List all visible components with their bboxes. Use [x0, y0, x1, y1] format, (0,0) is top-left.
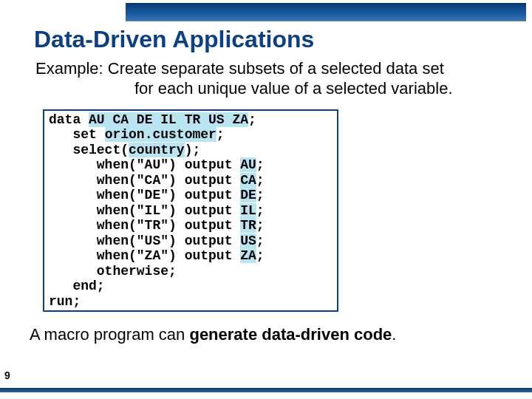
- example-line-2: for each unique value of a selected vari…: [134, 79, 532, 99]
- footer-part3: .: [392, 325, 396, 344]
- code-l2b-highlight: orion.customer: [105, 127, 216, 142]
- code-l2a: set: [49, 127, 105, 142]
- footer-text: A macro program can generate data-driven…: [30, 325, 532, 344]
- slide-title: Data-Driven Applications: [34, 26, 532, 53]
- code-de-hl: DE: [240, 188, 256, 202]
- code-il-c: ;: [256, 203, 265, 218]
- code-ca-c: ;: [256, 173, 265, 188]
- code-otherwise: otherwise;: [49, 264, 177, 279]
- code-us-hl: US: [240, 233, 256, 248]
- code-za-c: ;: [256, 248, 265, 263]
- bottom-band: [0, 388, 532, 392]
- code-za-a: when("ZA") output: [49, 248, 240, 263]
- code-il-hl: IL: [240, 203, 256, 218]
- code-l3a: select(: [49, 143, 129, 157]
- code-us-a: when("US") output: [49, 233, 240, 248]
- code-block: data AU CA DE IL TR US ZA; set orion.cus…: [43, 109, 338, 313]
- code-l1a: data: [49, 112, 89, 127]
- code-l3c: );: [185, 143, 201, 157]
- code-us-c: ;: [256, 233, 265, 248]
- code-l2c: ;: [216, 127, 225, 142]
- code-tr-a: when("TR") output: [49, 218, 240, 233]
- code-au-c: ;: [256, 157, 265, 172]
- code-il-a: when("IL") output: [49, 203, 240, 218]
- footer-part2-bold: generate data-driven code: [189, 325, 392, 344]
- footer-part1: A macro program can: [30, 325, 189, 344]
- slide-body: Data-Driven Applications Example: Create…: [0, 26, 532, 344]
- code-de-a: when("DE") output: [49, 188, 240, 202]
- code-tr-hl: TR: [240, 218, 256, 233]
- example-text: Example: Create separate subsets of a se…: [35, 59, 532, 99]
- code-l1c: ;: [248, 112, 256, 127]
- code-tr-c: ;: [256, 218, 265, 233]
- example-line-1: Create separate subsets of a selected da…: [108, 59, 444, 78]
- code-ca-hl: CA: [240, 173, 256, 188]
- code-l1b-highlight: AU CA DE IL TR US ZA: [89, 112, 248, 127]
- code-au-a: when("AU") output: [49, 157, 240, 172]
- code-za-hl: ZA: [240, 248, 256, 263]
- code-ca-a: when("CA") output: [49, 173, 240, 188]
- code-end: end;: [49, 279, 105, 293]
- page-number: 9: [4, 369, 10, 381]
- code-de-c: ;: [256, 188, 265, 202]
- example-label: Example:: [35, 59, 108, 78]
- top-banner: [126, 3, 526, 21]
- code-l3b-highlight: country: [129, 143, 185, 157]
- code-au-hl: AU: [240, 157, 256, 172]
- code-run: run;: [49, 294, 81, 309]
